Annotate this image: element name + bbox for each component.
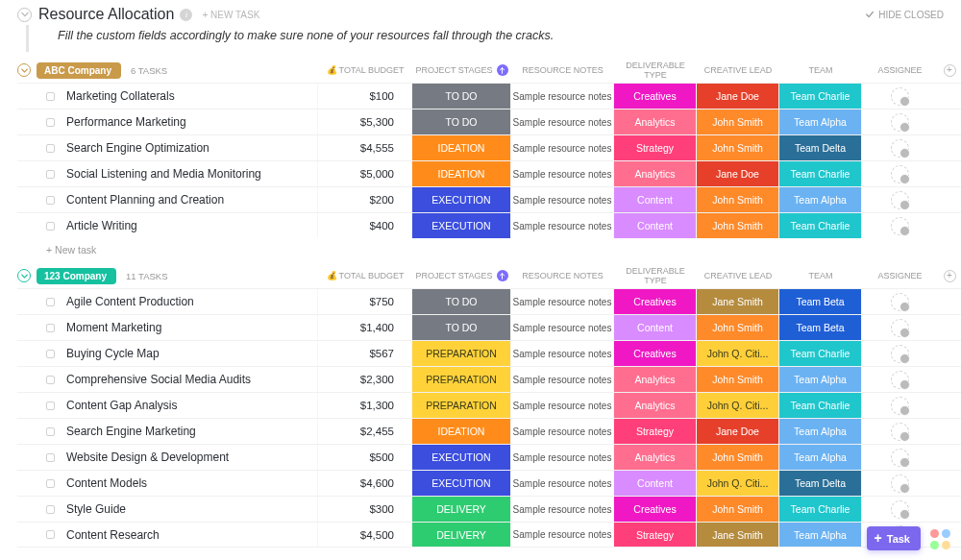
group-label[interactable]: 123 Company (37, 268, 116, 284)
task-row[interactable]: Social Listening and Media Monitoring $5… (17, 160, 961, 186)
stage-cell[interactable]: TO DO (412, 84, 511, 109)
task-name[interactable]: Comprehensive Social Media Audits (17, 367, 318, 392)
assign-user-icon[interactable] (891, 449, 909, 467)
lead-cell[interactable]: John Smith (697, 315, 779, 340)
task-name[interactable]: Performance Marketing (17, 110, 318, 134)
group-collapse-icon[interactable] (17, 269, 31, 282)
task-name[interactable]: Search Engine Optimization (17, 135, 318, 160)
task-name[interactable]: Content Planning and Creation (17, 187, 318, 212)
stage-cell[interactable]: PREPARATION (412, 341, 511, 366)
team-cell[interactable]: Team Alpha (779, 187, 862, 212)
task-row[interactable]: Comprehensive Social Media Audits $2,300… (17, 366, 961, 392)
team-cell[interactable]: Team Charlie (779, 393, 862, 418)
notes-cell[interactable]: Sample resource notes (511, 315, 614, 340)
status-icon[interactable] (46, 530, 55, 539)
stage-cell[interactable]: IDEATION (412, 419, 511, 444)
col-header-deliverable[interactable]: DELIVERABLE TYPE (614, 266, 697, 285)
task-name[interactable]: Content Research (17, 523, 318, 547)
apps-icon[interactable] (930, 529, 951, 550)
budget-cell[interactable]: $300 (318, 497, 412, 522)
budget-cell[interactable]: $4,500 (318, 523, 412, 547)
lead-cell[interactable]: Jane Doe (697, 419, 779, 444)
status-icon[interactable] (46, 376, 55, 384)
lead-cell[interactable]: Jane Smith (697, 289, 779, 314)
task-name[interactable]: Content Gap Analysis (17, 393, 318, 418)
deliverable-cell[interactable]: Creatives (614, 341, 697, 366)
col-header-stages[interactable]: PROJECT STAGES (412, 270, 511, 281)
status-icon[interactable] (46, 92, 55, 101)
team-cell[interactable]: Team Delta (779, 471, 862, 496)
stage-cell[interactable]: EXECUTION (412, 187, 511, 212)
budget-cell[interactable]: $567 (318, 341, 412, 366)
task-name[interactable]: Website Design & Development (17, 445, 318, 470)
assignee-cell[interactable] (862, 84, 938, 109)
assignee-cell[interactable] (862, 419, 938, 444)
assignee-cell[interactable] (862, 289, 938, 314)
team-cell[interactable]: Team Charlie (779, 497, 862, 522)
status-icon[interactable] (46, 144, 55, 153)
budget-cell[interactable]: $200 (318, 187, 412, 212)
col-header-assignee[interactable]: ASSIGNEE (862, 271, 938, 280)
col-header-lead[interactable]: CREATIVE LEAD (697, 271, 779, 280)
assign-user-icon[interactable] (891, 371, 909, 389)
task-row[interactable]: Content Research $4,500 DELIVERY Sample … (17, 522, 961, 548)
assign-user-icon[interactable] (891, 293, 909, 311)
sort-icon[interactable] (497, 64, 508, 76)
notes-cell[interactable]: Sample resource notes (511, 187, 614, 212)
task-name[interactable]: Moment Marketing (17, 315, 318, 340)
deliverable-cell[interactable]: Creatives (614, 497, 697, 522)
lead-cell[interactable]: John Smith (697, 213, 779, 238)
task-row[interactable]: Moment Marketing $1,400 TO DO Sample res… (17, 314, 961, 340)
assignee-cell[interactable] (862, 187, 938, 212)
task-name[interactable]: Style Guide (17, 497, 318, 522)
task-name[interactable]: Search Engine Marketing (17, 419, 318, 444)
team-cell[interactable]: Team Charlie (779, 341, 862, 366)
new-task-button[interactable]: + NEW TASK (202, 10, 259, 20)
notes-cell[interactable]: Sample resource notes (511, 367, 614, 392)
lead-cell[interactable]: John Smith (697, 135, 779, 160)
stage-cell[interactable]: EXECUTION (412, 445, 511, 470)
budget-cell[interactable]: $5,000 (318, 161, 412, 186)
assign-user-icon[interactable] (891, 423, 909, 441)
assign-user-icon[interactable] (891, 319, 909, 337)
deliverable-cell[interactable]: Strategy (614, 523, 697, 547)
status-icon[interactable] (46, 222, 55, 231)
team-cell[interactable]: Team Charlie (779, 161, 862, 186)
task-row[interactable]: Search Engine Optimization $4,555 IDEATI… (17, 134, 961, 160)
deliverable-cell[interactable]: Analytics (614, 110, 697, 134)
assignee-cell[interactable] (862, 110, 938, 134)
status-icon[interactable] (46, 479, 55, 488)
status-icon[interactable] (46, 324, 55, 332)
budget-cell[interactable]: $2,455 (318, 419, 412, 444)
notes-cell[interactable]: Sample resource notes (511, 523, 614, 547)
info-icon[interactable]: i (180, 9, 192, 21)
budget-cell[interactable]: $100 (318, 84, 412, 109)
budget-cell[interactable]: $4,600 (318, 471, 412, 496)
assignee-cell[interactable] (862, 161, 938, 186)
notes-cell[interactable]: Sample resource notes (511, 341, 614, 366)
deliverable-cell[interactable]: Analytics (614, 393, 697, 418)
deliverable-cell[interactable]: Strategy (614, 419, 697, 444)
lead-cell[interactable]: Jane Doe (697, 84, 779, 109)
stage-cell[interactable]: IDEATION (412, 161, 511, 186)
stage-cell[interactable]: DELIVERY (412, 497, 511, 522)
status-icon[interactable] (46, 118, 55, 127)
assign-user-icon[interactable] (891, 87, 909, 106)
task-name[interactable]: Article Writing (17, 213, 318, 238)
assign-user-icon[interactable] (891, 191, 909, 209)
task-name[interactable]: Marketing Collaterals (17, 84, 318, 109)
team-cell[interactable]: Team Charlie (779, 213, 862, 238)
budget-cell[interactable]: $4,555 (318, 135, 412, 160)
col-header-lead[interactable]: CREATIVE LEAD (697, 65, 779, 75)
stage-cell[interactable]: PREPARATION (412, 393, 511, 418)
team-cell[interactable]: Team Alpha (779, 367, 862, 392)
col-header-budget[interactable]: 💰TOTAL BUDGET (318, 65, 412, 75)
col-header-notes[interactable]: RESOURCE NOTES (511, 65, 614, 75)
status-icon[interactable] (46, 350, 55, 358)
assign-user-icon[interactable] (891, 397, 909, 415)
group-label[interactable]: ABC Company (37, 62, 121, 79)
budget-cell[interactable]: $1,400 (318, 315, 412, 340)
deliverable-cell[interactable]: Strategy (614, 135, 697, 160)
add-column-button[interactable]: + (938, 270, 961, 282)
budget-cell[interactable]: $5,300 (318, 110, 412, 134)
